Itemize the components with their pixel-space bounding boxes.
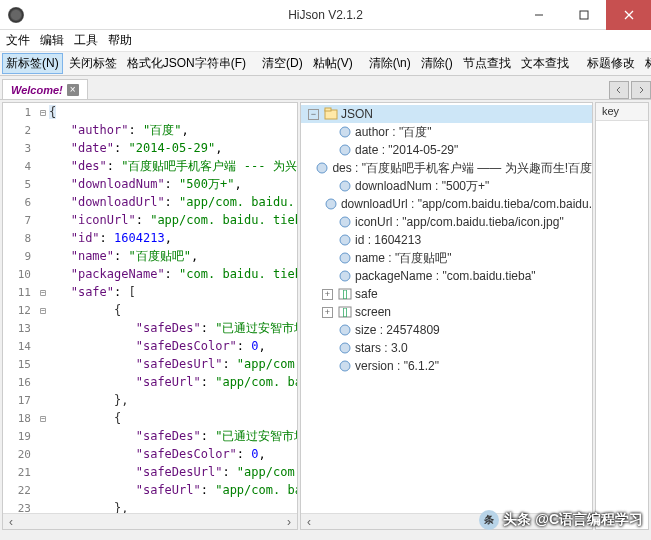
menu-help[interactable]: 帮助: [108, 32, 132, 49]
tree-node[interactable]: +[]safe: [301, 285, 592, 303]
code-line[interactable]: 20 "safeDesColor": 0,: [3, 445, 297, 463]
fold-icon[interactable]: ⊟: [37, 107, 49, 118]
svg-point-20: [340, 343, 350, 353]
tree-node[interactable]: downloadUrl : "app/com.baidu.tieba/com.b…: [301, 195, 592, 213]
code-line[interactable]: 13 "safeDes": "已通过安智市场官: [3, 319, 297, 337]
tree-node[interactable]: des : "百度贴吧手机客户端 —— 为兴趣而生!百度: [301, 159, 592, 177]
watermark: 条 头条 @C语言编程学习: [479, 510, 643, 530]
gutter: 5: [3, 178, 37, 191]
tree-label: packageName : "com.baidu.tieba": [355, 269, 536, 283]
tree-node[interactable]: packageName : "com.baidu.tieba": [301, 267, 592, 285]
maximize-button[interactable]: [561, 0, 606, 30]
expand-icon[interactable]: +: [322, 307, 333, 318]
tree-label: stars : 3.0: [355, 341, 408, 355]
find-text-button[interactable]: 文本查找: [517, 53, 573, 74]
svg-point-21: [340, 361, 350, 371]
code-line[interactable]: 1⊟{: [3, 103, 297, 121]
code-line[interactable]: 4 "des": "百度贴吧手机客户端 --- 为兴趣: [3, 157, 297, 175]
fold-icon[interactable]: ⊟: [37, 413, 49, 424]
minimize-button[interactable]: [516, 0, 561, 30]
code-line[interactable]: 19 "safeDes": "已通过安智市场安: [3, 427, 297, 445]
gutter: 7: [3, 214, 37, 227]
json-tree[interactable]: −JSONauthor : "百度"date : "2014-05-29"des…: [301, 103, 592, 513]
tab-welcome[interactable]: Welcome! ×: [2, 79, 88, 99]
tree-node[interactable]: version : "6.1.2": [301, 357, 592, 375]
code-line[interactable]: 5 "downloadNum": "500万+",: [3, 175, 297, 193]
gutter: 4: [3, 160, 37, 173]
tab-bar: Welcome! ×: [0, 76, 651, 100]
tree-label: id : 1604213: [355, 233, 421, 247]
menu-tool[interactable]: 工具: [74, 32, 98, 49]
gutter: 3: [3, 142, 37, 155]
code-line[interactable]: 15 "safeDesUrl": "app/com. baid: [3, 355, 297, 373]
tree-node[interactable]: downloadNum : "500万+": [301, 177, 592, 195]
tree-node[interactable]: iconUrl : "app/com.baidu.tieba/icon.jpg": [301, 213, 592, 231]
svg-rect-5: [325, 108, 331, 111]
code-editor[interactable]: 1⊟{2 "author": "百度",3 "date": "2014-05-2…: [3, 103, 297, 513]
code-line[interactable]: 22 "safeUrl": "app/com. baidu. t: [3, 481, 297, 499]
key-header: key: [596, 103, 648, 121]
code-line[interactable]: 3 "date": "2014-05-29",: [3, 139, 297, 157]
code-line[interactable]: 2 "author": "百度",: [3, 121, 297, 139]
gutter: 13: [3, 322, 37, 335]
h-scrollbar[interactable]: ‹›: [3, 513, 297, 529]
menu-edit[interactable]: 编辑: [40, 32, 64, 49]
tab-nav-right[interactable]: [631, 81, 651, 99]
clean-newline-button[interactable]: 清除(\n): [365, 53, 415, 74]
title-edit-button[interactable]: 标题修改: [583, 53, 639, 74]
app-icon: [8, 7, 24, 23]
tree-node[interactable]: id : 1604213: [301, 231, 592, 249]
code-line[interactable]: 6 "downloadUrl": "app/com. baidu. tieba: [3, 193, 297, 211]
code-line[interactable]: 8 "id": 1604213,: [3, 229, 297, 247]
tree-node[interactable]: author : "百度": [301, 123, 592, 141]
gutter: 22: [3, 484, 37, 497]
code-line[interactable]: 11⊟ "safe": [: [3, 283, 297, 301]
tab-nav-left[interactable]: [609, 81, 629, 99]
tab-label: Welcome!: [11, 84, 63, 96]
gutter: 1: [3, 106, 37, 119]
tab-close-icon[interactable]: ×: [67, 84, 79, 96]
gutter: 20: [3, 448, 37, 461]
format-json-button[interactable]: 格式化JSON字符串(F): [123, 53, 250, 74]
tree-node[interactable]: size : 24574809: [301, 321, 592, 339]
close-tab-button[interactable]: 关闭标签: [65, 53, 121, 74]
tree-root[interactable]: −JSON: [301, 105, 592, 123]
code-line[interactable]: 9 "name": "百度贴吧",: [3, 247, 297, 265]
tab-rename-button[interactable]: 标签名修改: [641, 53, 651, 74]
paste-button[interactable]: 粘帖(V): [309, 53, 357, 74]
svg-text:[]: []: [342, 289, 347, 299]
tree-node[interactable]: +[]screen: [301, 303, 592, 321]
new-tab-button[interactable]: 新标签(N): [2, 53, 63, 74]
tree-label: downloadNum : "500万+": [355, 178, 489, 195]
gutter: 8: [3, 232, 37, 245]
menu-file[interactable]: 文件: [6, 32, 30, 49]
tree-node[interactable]: stars : 3.0: [301, 339, 592, 357]
close-button[interactable]: [606, 0, 651, 30]
svg-point-14: [340, 271, 350, 281]
tree-node[interactable]: date : "2014-05-29": [301, 141, 592, 159]
find-node-button[interactable]: 节点查找: [459, 53, 515, 74]
expand-icon[interactable]: −: [308, 109, 319, 120]
expand-icon[interactable]: +: [322, 289, 333, 300]
code-line[interactable]: 14 "safeDesColor": 0,: [3, 337, 297, 355]
code-line[interactable]: 7 "iconUrl": "app/com. baidu. tieba/ico: [3, 211, 297, 229]
code-line[interactable]: 12⊟ {: [3, 301, 297, 319]
tree-label: size : 24574809: [355, 323, 440, 337]
gutter: 12: [3, 304, 37, 317]
fold-icon[interactable]: ⊟: [37, 305, 49, 316]
clean-null-button[interactable]: 清除(): [417, 53, 457, 74]
tree-label: version : "6.1.2": [355, 359, 439, 373]
fold-icon[interactable]: ⊟: [37, 287, 49, 298]
code-line[interactable]: 23 },: [3, 499, 297, 513]
code-line[interactable]: 16 "safeUrl": "app/com. baidu. t: [3, 373, 297, 391]
code-line[interactable]: 17 },: [3, 391, 297, 409]
code-line[interactable]: 10 "packageName": "com. baidu. tieba",: [3, 265, 297, 283]
tree-label: JSON: [341, 107, 373, 121]
tree-node[interactable]: name : "百度贴吧": [301, 249, 592, 267]
code-line[interactable]: 21 "safeDesUrl": "app/com. baid: [3, 463, 297, 481]
svg-point-8: [317, 163, 327, 173]
code-line[interactable]: 18⊟ {: [3, 409, 297, 427]
svg-point-6: [340, 127, 350, 137]
clear-button[interactable]: 清空(D): [258, 53, 307, 74]
gutter: 23: [3, 502, 37, 514]
